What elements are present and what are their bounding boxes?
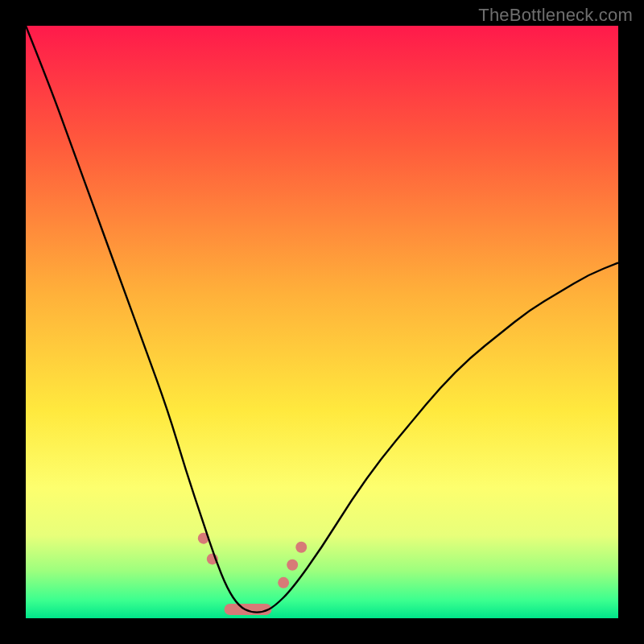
watermark-text: TheBottleneck.com bbox=[478, 5, 633, 26]
chart-svg bbox=[26, 26, 618, 618]
plot-area bbox=[26, 26, 618, 618]
floor-dot bbox=[287, 559, 298, 571]
gradient-background bbox=[26, 26, 618, 618]
floor-dot bbox=[295, 542, 307, 553]
floor-dot bbox=[278, 577, 289, 588]
chart-frame: TheBottleneck.com bbox=[0, 0, 644, 644]
floor-sausage bbox=[225, 604, 272, 615]
